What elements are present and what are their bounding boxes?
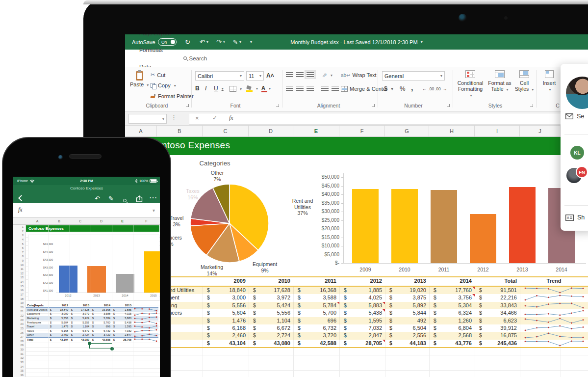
table-cell[interactable]: $5,883 <box>339 302 385 309</box>
phone-table-cell[interactable]: $6,168 <box>49 329 70 333</box>
insert-cells-button[interactable]: Insert▾ <box>539 70 559 93</box>
phone-table-cell[interactable]: $2,847 <box>112 333 133 337</box>
phone-table-cell[interactable]: $43,080 <box>70 338 91 342</box>
table-cell-total[interactable]: $22,216 <box>475 294 520 301</box>
table-cell[interactable]: $1,476 <box>203 317 249 324</box>
phone-table-cell[interactable]: $5,438 <box>112 321 133 325</box>
phone-table-row[interactable]: Freelancers$5,604$5,556$5,700$5,438 <box>26 321 158 325</box>
phone-table-cell[interactable]: $16,368 <box>91 308 112 312</box>
table-cell[interactable]: $3,720 <box>293 332 339 339</box>
table-row[interactable]: Equipment$3,000$3,972$3,588$4,025$3,875$… <box>125 294 588 301</box>
phone-table-cell[interactable]: $28,705 <box>112 338 133 342</box>
phone-table-cell[interactable]: $5,784 <box>91 316 112 321</box>
comma-style-button[interactable]: , <box>411 83 413 92</box>
styles-dialog-launcher[interactable] <box>530 104 533 107</box>
phone-table-cell[interactable]: $696 <box>91 324 112 329</box>
phone-table-cell[interactable]: $6,672 <box>70 329 91 333</box>
phone-table-row[interactable]: Taxes$6,168$6,672$6,732$7,032 <box>26 329 158 333</box>
table-row[interactable]: Freelancers$5,604$5,556$5,700$5,438$5,84… <box>125 309 588 317</box>
orientation-button[interactable]: ⇗▾ <box>322 72 332 79</box>
more-options-icon[interactable]: ··· <box>150 194 157 201</box>
table-cell[interactable]: $5,424 <box>249 302 293 309</box>
table-cell[interactable]: $1,260 <box>429 317 475 324</box>
table-cell-total[interactable]: $6,623 <box>475 317 520 324</box>
table-row[interactable]: Taxes$6,168$6,672$6,732$7,032$6,504$6,80… <box>125 324 588 332</box>
formula-input[interactable] <box>189 113 588 125</box>
cut-button[interactable]: ✂Cut <box>151 72 165 78</box>
table-row[interactable]: Travel$1,476$1,104$696$1,595$492$1,260$6… <box>125 317 588 324</box>
phone-table-cell[interactable]: $17,628 <box>70 308 91 312</box>
table-cell[interactable]: $2,460 <box>203 332 249 339</box>
table-cell[interactable]: $2,556 <box>385 332 429 339</box>
table-cell[interactable]: $6,804 <box>429 324 475 332</box>
table-cell[interactable]: $28,705 <box>339 340 385 347</box>
cell-styles-button[interactable]: CellStyles ▾ <box>512 70 536 93</box>
table-cell[interactable]: $7,032 <box>339 324 385 332</box>
ink-pen-icon[interactable]: ✎▾ <box>233 34 241 50</box>
table-cell[interactable]: $18,840 <box>203 287 249 294</box>
table-cell[interactable]: $3,588 <box>293 294 339 301</box>
increase-decimal-button[interactable]: ←.00 <box>422 86 434 91</box>
phone-column-header-F[interactable]: F <box>133 217 160 224</box>
phone-table-cell[interactable]: $6,732 <box>91 329 112 333</box>
decrease-decimal-button[interactable]: .00→ <box>435 86 447 91</box>
phone-table-cell[interactable]: $1,595 <box>112 324 133 329</box>
table-cell[interactable]: $2,724 <box>249 332 293 339</box>
table-cell-total[interactable]: $16,875 <box>475 332 520 339</box>
column-header-D[interactable]: D <box>249 126 293 136</box>
table-cell[interactable]: $16,368 <box>293 287 339 294</box>
table-cell[interactable]: $3,756 <box>429 294 475 301</box>
table-cell[interactable]: $19,020 <box>385 287 429 294</box>
undo-icon[interactable]: ↶▾ <box>200 34 208 50</box>
table-row[interactable]: Rent and Utilities$18,840$17,628$16,368$… <box>125 287 588 294</box>
borders-button[interactable]: ▾ <box>230 86 242 92</box>
phone-table-cell[interactable]: $43,104 <box>49 338 70 342</box>
font-dialog-launcher[interactable] <box>276 104 279 107</box>
column-header-B[interactable]: B <box>157 126 203 136</box>
redo-icon[interactable]: ↷▾ <box>216 34 225 50</box>
underline-button[interactable]: U▾ <box>214 85 224 92</box>
table-cell[interactable]: $2,847 <box>339 332 385 339</box>
table-cell[interactable]: $5,784 <box>293 302 339 309</box>
phone-column-header-A[interactable]: A <box>26 217 49 224</box>
paste-button[interactable]: Paste ▾ <box>130 71 149 87</box>
table-cell[interactable]: $4,025 <box>339 294 385 301</box>
table-cell-total[interactable]: $91,501 <box>475 287 520 294</box>
table-cell[interactable]: $6,672 <box>249 324 293 332</box>
column-header-C[interactable]: C <box>203 126 249 136</box>
font-color-button[interactable]: A▾ <box>261 85 271 92</box>
table-cell[interactable]: $1,885 <box>339 287 385 294</box>
conditional-formatting-button[interactable]: ConditionalFormatting ▾ <box>457 70 484 99</box>
vertical-align-buttons[interactable] <box>286 72 314 77</box>
cancel-icon[interactable]: × <box>195 114 199 122</box>
table-row[interactable]: Other$2,460$2,724$3,720$2,847$2,556$2,56… <box>125 332 588 339</box>
tab-search[interactable]: Search <box>183 55 207 61</box>
table-cell[interactable]: $17,760 <box>429 287 475 294</box>
column-header-J[interactable]: J <box>520 126 561 136</box>
phone-table-cell[interactable]: $5,604 <box>49 321 70 325</box>
fill-color-button[interactable]: ▾ <box>246 85 258 92</box>
table-cell[interactable]: $42,588 <box>293 340 339 347</box>
column-header-I[interactable]: I <box>475 126 520 136</box>
phone-table-cell[interactable]: $4,025 <box>112 312 133 316</box>
ink-pen-icon[interactable]: ✎ <box>108 195 114 202</box>
table-cell[interactable]: $5,844 <box>385 309 429 317</box>
tab-formulas[interactable]: Formulas <box>134 42 177 58</box>
table-cell[interactable]: $1,595 <box>339 317 385 324</box>
table-cell-total[interactable]: $245,436 <box>475 340 520 347</box>
phone-table-row[interactable]: Other$2,460$2,724$3,720$2,847 <box>26 333 158 337</box>
table-cell[interactable]: $3,875 <box>385 294 429 301</box>
table-cell[interactable]: $5,604 <box>203 309 249 317</box>
phone-table-cell[interactable]: $3,972 <box>70 312 91 316</box>
name-box[interactable]: ▾ <box>128 114 167 124</box>
avatar-badge-fn[interactable]: FN <box>576 166 588 178</box>
toolbar-options-icon[interactable]: ▾ <box>249 34 252 50</box>
phone-table-cell[interactable]: $1,885 <box>112 308 133 312</box>
share-icon[interactable] <box>136 195 143 202</box>
copy-button[interactable]: Copy▾ <box>151 82 176 88</box>
phone-table-cell[interactable]: $1,476 <box>49 324 70 329</box>
font-size-select[interactable]: 11▾ <box>246 71 264 81</box>
italic-button[interactable]: I <box>205 85 206 92</box>
accounting-format-button[interactable]: $▾ <box>384 85 393 92</box>
phone-selection-outline[interactable] <box>89 343 112 349</box>
